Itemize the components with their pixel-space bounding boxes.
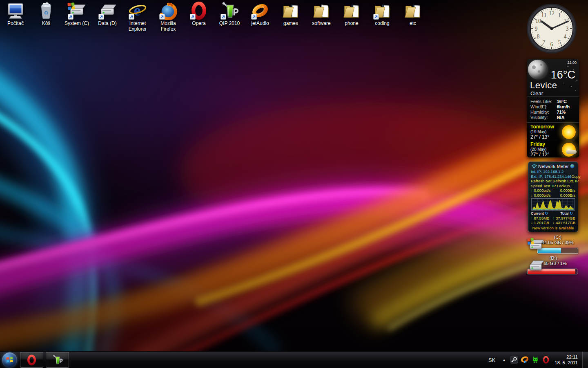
clock-gadget[interactable]: 123456789101112: [526, 2, 578, 55]
shortcut-arrow-icon: [373, 14, 379, 20]
windows-logo-icon: [2, 352, 17, 368]
desktop-icon-system-c[interactable]: System (C): [61, 1, 92, 26]
svg-text:9: 9: [535, 26, 538, 32]
svg-text:10: 10: [535, 18, 541, 24]
weather-forecast-row: Friday(20 May)27° / 12°: [527, 140, 579, 157]
desktop: ♻ e: [0, 0, 588, 368]
weather-detail-row: Visibility:N/A: [530, 115, 576, 120]
current-up-arrow-icon: ↑: [531, 216, 533, 220]
weather-gadget[interactable]: 22:00 16°C Levice Clear Feels Like:16°CW…: [527, 59, 579, 157]
desktop-icon-internet-explorer[interactable]: Internet Explorer: [122, 1, 153, 32]
desktop-icon-pocitac[interactable]: Počítač: [0, 1, 31, 26]
weather-detail-value: N/A: [557, 115, 576, 120]
tray-date: 18. 5. 2011: [555, 360, 578, 366]
weather-detail-label: Wind[E]:: [530, 104, 557, 110]
desktop-icon-software[interactable]: software: [306, 1, 337, 26]
tray-language-indicator[interactable]: SK: [485, 357, 499, 363]
taskbar-button-opera[interactable]: [20, 352, 43, 368]
desktop-icon-kos[interactable]: Kôš: [31, 1, 62, 26]
current-refresh-icon[interactable]: ↻: [545, 211, 548, 215]
ext-ip-label: Ext. IP:: [531, 174, 543, 179]
upload-speed: 0.000bit/s: [534, 188, 550, 193]
speed-test-link[interactable]: Speed Test: [531, 184, 550, 188]
weather-detail-value: 6km/h: [557, 104, 576, 110]
upload-arrow-icon: ↑: [531, 188, 533, 193]
drive-c-gadget[interactable]: (C:) 44.05 GB / 39%: [525, 235, 579, 255]
desktop-icon-image: [342, 1, 361, 20]
desktop-icon-label: phone: [345, 20, 358, 26]
tray-qip-icon[interactable]: [531, 355, 540, 364]
analog-clock: 123456789101112: [526, 2, 578, 55]
total-label: Total: [560, 211, 568, 215]
start-button[interactable]: [0, 352, 19, 368]
qip-icon: [52, 355, 63, 366]
desktop-icon-label: coding: [375, 20, 389, 26]
network-traffic-graph: [531, 198, 575, 211]
desktop-icon-coding[interactable]: coding: [367, 1, 398, 26]
desktop-icon-qip-2010[interactable]: QIP 2010: [214, 1, 245, 26]
desktop-icon-label: Opera: [192, 20, 205, 26]
svg-text:3: 3: [566, 26, 569, 32]
weather-details: Feels Like:16°CWind[E]:6km/hHumidity:71%…: [527, 96, 579, 122]
shortcut-arrow-icon: [129, 14, 134, 20]
refresh-net-link[interactable]: Refresh Net.: [531, 179, 552, 184]
opera-icon: [26, 355, 37, 366]
desktop-icon-label: software: [312, 20, 330, 26]
desktop-icon-jetaudio[interactable]: jetAudio: [245, 1, 276, 26]
globe-icon: [570, 164, 575, 168]
int-ip-value: 192.168.1.2: [543, 169, 564, 174]
desktop-icon-image: [312, 1, 331, 20]
weather-forecast-row: Tomorrow(19 May)27° / 13°: [527, 122, 579, 140]
desktop-icon-etc[interactable]: etc: [397, 1, 428, 26]
tray-expand-arrow-icon[interactable]: ▲: [499, 358, 509, 362]
shortcut-arrow-icon: [159, 14, 165, 20]
weather-detail-label: Feels Like:: [530, 99, 557, 104]
download-bytes: 0.000B/s: [560, 193, 576, 198]
shortcut-arrow-icon: [98, 14, 104, 20]
system-tray: SK ▲ 22:11 18. 5. 2011: [485, 352, 588, 368]
network-meter-gadget[interactable]: Network Meter Int. IP: 192.168.1.2 Ext. …: [528, 162, 578, 232]
sunny-icon: [562, 125, 576, 139]
tray-jetaudio-icon[interactable]: [520, 355, 529, 364]
wifi-icon: [532, 164, 537, 168]
cloud-icon: [566, 150, 577, 154]
svg-text:12: 12: [549, 10, 555, 16]
svg-text:11: 11: [541, 12, 546, 18]
desktop-icon-phone[interactable]: phone: [336, 1, 367, 26]
total-refresh-icon[interactable]: ↻: [570, 211, 573, 215]
desktop-icon-mozilla-firefox[interactable]: Mozilla Firefox: [153, 1, 184, 32]
tray-clock[interactable]: 22:11 18. 5. 2011: [551, 354, 582, 366]
desktop-icon-label: Data (D): [98, 20, 116, 26]
current-up-value: 87.55MB: [534, 216, 549, 220]
weather-detail-value: 71%: [557, 110, 576, 115]
desktop-icon-label: System (C): [65, 20, 89, 26]
tray-steam-icon[interactable]: [510, 355, 519, 364]
new-version-notice[interactable]: New version is available: [531, 226, 575, 230]
ip-lookup-link[interactable]: IP Lookup: [552, 184, 570, 188]
tray-time: 22:11: [555, 354, 578, 360]
current-down-arrow-icon: ↓: [531, 220, 533, 225]
int-ip-label: Int. IP:: [531, 169, 542, 174]
tray-opera-icon[interactable]: [541, 355, 550, 364]
show-desktop-button[interactable]: [582, 352, 588, 368]
network-meter-title: Network Meter: [538, 164, 569, 169]
desktop-icon-label: Internet Explorer: [122, 20, 153, 32]
weather-condition: Clear: [530, 90, 543, 96]
drive-d-gadget[interactable]: (D:) 5.65 GB / 1%: [525, 256, 579, 276]
total-down-value: 431.517GB: [556, 220, 575, 225]
desktop-icon-image: [6, 1, 25, 20]
total-down-arrow-icon: ↓: [553, 220, 555, 225]
taskbar-button-qip[interactable]: [46, 352, 69, 368]
copy-link[interactable]: Copy: [571, 174, 580, 179]
desktop-icon-label: QIP 2010: [219, 20, 240, 26]
weather-detail-label: Humidity:: [530, 110, 557, 115]
shortcut-arrow-icon: [68, 14, 74, 20]
desktop-icon-games[interactable]: games: [275, 1, 306, 26]
refresh-ext-link[interactable]: Refresh Ext. IP: [552, 179, 579, 184]
weather-detail-label: Visibility:: [530, 115, 557, 120]
desktop-icon-opera[interactable]: Opera: [183, 1, 214, 26]
desktop-icon-label: Kôš: [42, 20, 51, 26]
drive-d-icon: [525, 258, 546, 275]
desktop-icon-data-d[interactable]: Data (D): [92, 1, 123, 26]
download-speed: 0.000bit/s: [534, 193, 550, 197]
